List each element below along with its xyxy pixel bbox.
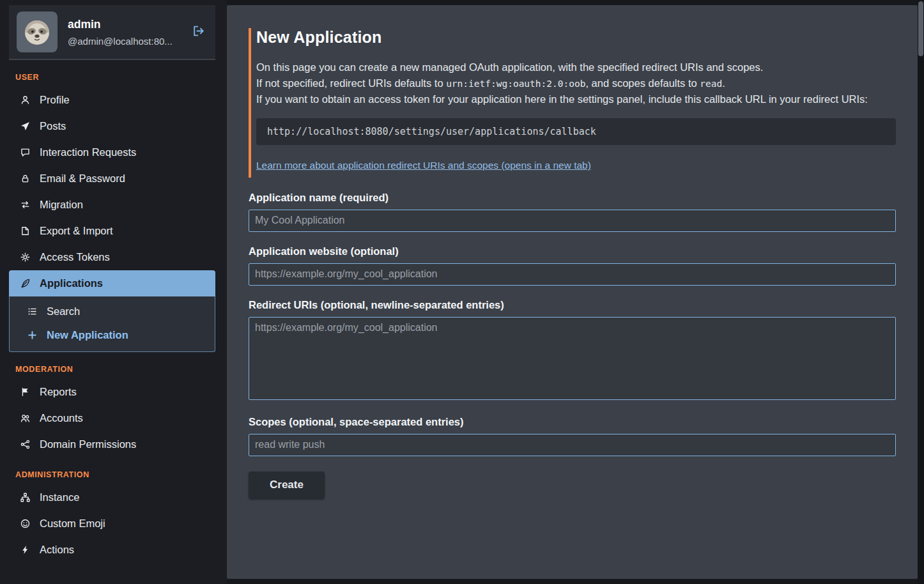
flag-icon bbox=[20, 387, 30, 397]
sidebar-item-posts[interactable]: Posts bbox=[9, 113, 215, 139]
sidebar-item-label: Migration bbox=[40, 199, 83, 211]
smile-icon bbox=[20, 519, 30, 528]
person-icon bbox=[20, 95, 30, 105]
applications-submenu: Search New Application bbox=[9, 296, 215, 352]
sidebar-item-reports[interactable]: Reports bbox=[9, 379, 215, 405]
sidebar-item-label: Access Tokens bbox=[40, 251, 110, 263]
gear-icon bbox=[20, 252, 30, 262]
sidebar-item-label: Domain Permissions bbox=[40, 438, 136, 450]
sidebar-item-label: Applications bbox=[40, 277, 103, 289]
redirect-uris-textarea[interactable] bbox=[249, 317, 896, 400]
sidebar-item-label: New Application bbox=[47, 329, 128, 341]
redirect-uris-label: Redirect URIs (optional, newline-separat… bbox=[249, 299, 896, 311]
sidebar-item-migration[interactable]: Migration bbox=[9, 192, 215, 218]
sidebar-item-domain-permissions[interactable]: Domain Permissions bbox=[9, 431, 215, 457]
lock-icon bbox=[20, 174, 30, 183]
user-meta: admin @admin@localhost:80... bbox=[68, 18, 179, 47]
sidebar-item-instance[interactable]: Instance bbox=[9, 484, 215, 511]
sidebar-item-label: Reports bbox=[40, 386, 77, 398]
sidebar-item-label: Search bbox=[47, 305, 80, 318]
inline-code-oob: urn:ietf:wg:oauth:2.0:oob bbox=[446, 79, 585, 89]
sidebar-item-export-import[interactable]: Export & Import bbox=[9, 218, 215, 244]
intro-line-3: If you want to obtain an access token fo… bbox=[256, 93, 868, 105]
file-icon bbox=[20, 226, 30, 236]
sidebar-item-label: Posts bbox=[40, 120, 66, 132]
swap-arrows-icon bbox=[20, 200, 30, 210]
user-card: admin @admin@localhost:80... bbox=[9, 5, 215, 60]
sidebar-item-custom-emoji[interactable]: Custom Emoji bbox=[9, 511, 215, 537]
intro-line-2-post: . bbox=[722, 77, 725, 89]
scopes-input[interactable] bbox=[249, 434, 896, 456]
sidebar-subitem-search[interactable]: Search bbox=[10, 300, 215, 323]
sidebar-item-label: Custom Emoji bbox=[40, 518, 105, 530]
callback-url-block: http://localhost:8080/settings/user/appl… bbox=[256, 118, 896, 145]
sidebar-item-label: Profile bbox=[40, 94, 70, 106]
page-scrollbar[interactable] bbox=[918, 0, 924, 584]
learn-more-link[interactable]: Learn more about application redirect UR… bbox=[256, 160, 591, 171]
sidebar-item-label: Accounts bbox=[40, 412, 83, 424]
feather-icon bbox=[20, 279, 30, 288]
user-handle: @admin@localhost:80... bbox=[68, 36, 179, 47]
scrollbar-thumb[interactable] bbox=[918, 1, 923, 56]
page-intro: New Application On this page you can cre… bbox=[249, 28, 896, 178]
sidebar-item-label: Actions bbox=[40, 544, 74, 556]
application-website-input[interactable] bbox=[249, 263, 896, 286]
sidebar-item-interaction-requests[interactable]: Interaction Requests bbox=[9, 139, 215, 165]
paper-plane-icon bbox=[20, 121, 30, 131]
scopes-label: Scopes (optional, space-separated entrie… bbox=[249, 416, 896, 428]
application-name-label: Application name (required) bbox=[249, 192, 896, 204]
sidebar-subitem-new-application[interactable]: New Application bbox=[10, 323, 215, 347]
application-website-label: Application website (optional) bbox=[249, 245, 896, 257]
avatar bbox=[17, 12, 58, 52]
users-icon bbox=[20, 413, 30, 423]
sidebar-item-actions[interactable]: Actions bbox=[9, 537, 215, 563]
sidebar-item-label: Email & Password bbox=[40, 173, 125, 185]
create-button[interactable]: Create bbox=[249, 472, 325, 498]
sidebar-item-applications[interactable]: Applications bbox=[9, 270, 215, 296]
section-label-user: USER bbox=[15, 73, 215, 82]
plus-icon bbox=[27, 330, 37, 340]
sidebar-item-email-password[interactable]: Email & Password bbox=[9, 165, 215, 192]
list-icon bbox=[27, 307, 37, 316]
sitemap-icon bbox=[20, 493, 30, 502]
application-name-input[interactable] bbox=[249, 210, 896, 232]
user-name: admin bbox=[68, 18, 179, 31]
intro-text: On this page you can create a new manage… bbox=[256, 59, 896, 107]
bolt-icon bbox=[20, 545, 30, 555]
intro-line-2-mid: , and scopes defaults to bbox=[585, 77, 700, 89]
intro-line-2-pre: If not specified, redirect URIs defaults… bbox=[256, 77, 446, 89]
comment-icon bbox=[20, 148, 30, 157]
share-nodes-icon bbox=[20, 440, 30, 449]
new-application-form: Application name (required) Application … bbox=[249, 192, 896, 498]
sidebar-item-accounts[interactable]: Accounts bbox=[9, 405, 215, 431]
main-content: New Application On this page you can cre… bbox=[227, 5, 918, 579]
inline-code-read: read bbox=[700, 79, 722, 89]
section-label-administration: ADMINISTRATION bbox=[15, 470, 215, 479]
callback-url: http://localhost:8080/settings/user/appl… bbox=[267, 126, 596, 137]
sidebar: admin @admin@localhost:80... USER Profil… bbox=[0, 0, 227, 584]
section-label-moderation: MODERATION bbox=[15, 365, 215, 374]
sidebar-item-label: Interaction Requests bbox=[40, 146, 136, 158]
sidebar-item-profile[interactable]: Profile bbox=[9, 87, 215, 113]
logout-icon[interactable] bbox=[189, 22, 208, 43]
sidebar-item-access-tokens[interactable]: Access Tokens bbox=[9, 244, 215, 270]
page-title: New Application bbox=[256, 28, 896, 47]
sidebar-item-label: Export & Import bbox=[40, 225, 113, 237]
sidebar-item-label: Instance bbox=[40, 491, 79, 503]
intro-line-1: On this page you can create a new manage… bbox=[256, 61, 763, 73]
